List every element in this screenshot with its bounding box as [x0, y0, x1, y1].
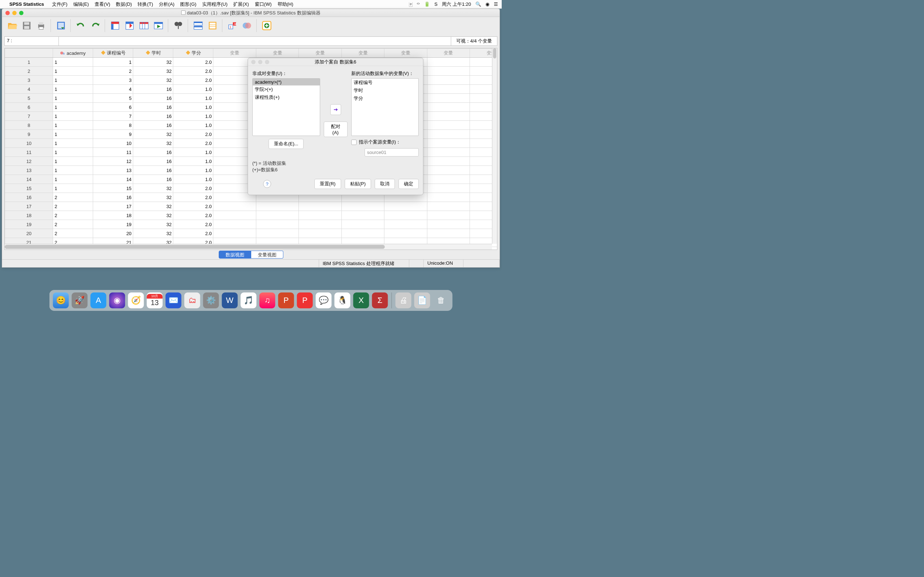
cell[interactable]: 16 — [133, 157, 173, 166]
col-blank[interactable]: 变量 — [299, 49, 341, 58]
cell[interactable]: 2 — [53, 229, 93, 238]
cell[interactable]: 16 — [133, 121, 173, 130]
cell[interactable] — [427, 157, 470, 166]
menu-help[interactable]: 帮助(H) — [275, 1, 296, 8]
cell[interactable]: 2 — [53, 193, 93, 202]
cell[interactable] — [427, 76, 470, 85]
menu-edit[interactable]: 编辑(E) — [70, 1, 92, 8]
cell[interactable] — [213, 202, 256, 211]
cell[interactable] — [427, 229, 470, 238]
cell[interactable]: 32 — [133, 130, 173, 139]
vertical-scrollbar[interactable] — [492, 48, 497, 244]
col-blank[interactable]: 变量 — [341, 49, 384, 58]
cell[interactable]: 12 — [93, 157, 133, 166]
cell[interactable] — [213, 211, 256, 220]
cell[interactable]: 1 — [53, 175, 93, 184]
row-header[interactable]: 1 — [5, 58, 53, 67]
cell[interactable] — [256, 211, 299, 220]
cell[interactable]: 2 — [53, 211, 93, 220]
row-header[interactable]: 15 — [5, 184, 53, 193]
clock[interactable]: 周六 上午1:20 — [442, 1, 471, 8]
paste-button[interactable]: 粘贴(P) — [345, 179, 371, 189]
cell[interactable]: 32 — [133, 193, 173, 202]
cell[interactable] — [384, 202, 427, 211]
appstore-icon[interactable]: A — [90, 292, 107, 308]
cell[interactable] — [427, 211, 470, 220]
undo-icon[interactable] — [74, 19, 87, 32]
col-academy[interactable]: aacademy — [53, 49, 93, 58]
menu-window[interactable]: 窗口(W) — [252, 1, 275, 8]
siri-dock-icon[interactable]: ◉ — [109, 292, 125, 308]
use-sets-icon[interactable] — [241, 19, 254, 32]
row-header[interactable]: 6 — [5, 103, 53, 112]
list-item[interactable]: 课程编号 — [352, 79, 419, 87]
cell[interactable] — [384, 220, 427, 229]
row-header[interactable]: 7 — [5, 112, 53, 121]
cell[interactable]: 32 — [133, 139, 173, 148]
cell[interactable]: 1 — [53, 94, 93, 103]
source-input[interactable] — [365, 148, 419, 156]
cell[interactable]: 15 — [93, 184, 133, 193]
cell[interactable] — [427, 193, 470, 202]
row-header[interactable]: 3 — [5, 76, 53, 85]
launchpad-icon[interactable]: 🚀 — [72, 292, 88, 308]
mail-icon[interactable]: ✉️ — [166, 292, 181, 308]
cell[interactable]: 1 — [53, 130, 93, 139]
cell[interactable]: 32 — [133, 67, 173, 76]
cell[interactable]: 32 — [133, 76, 173, 85]
cell[interactable]: 2.0 — [173, 202, 213, 211]
s-icon[interactable]: S — [434, 2, 438, 7]
cell-value[interactable] — [59, 37, 451, 45]
cell[interactable] — [256, 202, 299, 211]
customize-icon[interactable] — [260, 19, 273, 32]
search-icon[interactable]: 🔍 — [475, 2, 481, 7]
cell[interactable]: 32 — [133, 211, 173, 220]
cell[interactable]: 32 — [133, 202, 173, 211]
pair-button[interactable]: 配对(A) — [324, 121, 347, 137]
cell[interactable] — [427, 166, 470, 175]
cell[interactable]: 2 — [53, 202, 93, 211]
cell[interactable]: 2.0 — [173, 67, 213, 76]
cell[interactable]: 1.0 — [173, 157, 213, 166]
cell[interactable]: 1 — [53, 166, 93, 175]
cell[interactable] — [384, 211, 427, 220]
caj-icon[interactable]: 🗂 — [184, 292, 200, 308]
cell[interactable]: 18 — [93, 211, 133, 220]
cell[interactable]: 2.0 — [173, 193, 213, 202]
weight-icon[interactable] — [206, 19, 219, 32]
cell[interactable] — [256, 229, 299, 238]
word-icon[interactable]: W — [222, 292, 238, 308]
print-icon[interactable] — [35, 19, 48, 32]
cell[interactable]: 1 — [53, 103, 93, 112]
col-blank[interactable]: 变量 — [384, 49, 427, 58]
cell[interactable]: 1 — [53, 112, 93, 121]
cell[interactable]: 7 — [93, 112, 133, 121]
col-hours[interactable]: 学时 — [133, 49, 173, 58]
cell[interactable] — [256, 220, 299, 229]
cell[interactable] — [299, 220, 341, 229]
cell[interactable]: 6 — [93, 103, 133, 112]
cell[interactable]: 2.0 — [173, 184, 213, 193]
recall-icon[interactable] — [55, 19, 68, 32]
menu-file[interactable]: 文件(F) — [49, 1, 70, 8]
menu-util[interactable]: 实用程序(U) — [199, 1, 230, 8]
save-icon[interactable] — [20, 19, 33, 32]
app-name[interactable]: SPSS Statistics — [6, 2, 47, 7]
cell[interactable] — [427, 175, 470, 184]
cancel-button[interactable]: 取消 — [375, 179, 395, 189]
cell[interactable]: 2.0 — [173, 211, 213, 220]
cell[interactable] — [213, 220, 256, 229]
spss-icon[interactable]: Σ — [372, 292, 388, 308]
cell[interactable]: 10 — [93, 139, 133, 148]
cell[interactable]: 8 — [93, 121, 133, 130]
cell[interactable]: 1.0 — [173, 85, 213, 94]
cell[interactable]: 1.0 — [173, 112, 213, 121]
list-icon[interactable]: ☰ — [494, 2, 498, 7]
unpaired-list[interactable]: academy>(*) 学院>(+) 课程性质(+) — [252, 78, 320, 136]
newvars-list[interactable]: 课程编号 学时 学分 — [351, 78, 419, 136]
cell[interactable]: 32 — [133, 229, 173, 238]
ime-icon[interactable]: 🀄︎ — [409, 2, 412, 7]
cell[interactable] — [213, 229, 256, 238]
redo-icon[interactable] — [89, 19, 102, 32]
cell[interactable]: 1 — [53, 58, 93, 67]
